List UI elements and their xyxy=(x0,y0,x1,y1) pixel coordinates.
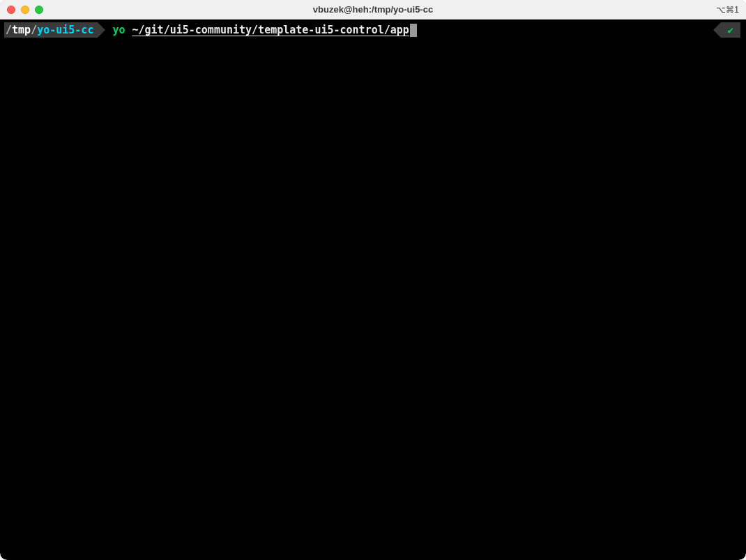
check-icon: ✔ xyxy=(728,24,733,37)
cwd-leaf: yo-ui5-cc xyxy=(37,23,93,37)
shortcut-text: ⌥⌘1 xyxy=(716,5,739,15)
window-shortcut-indicator: ⌥⌘1 xyxy=(716,5,739,15)
window-titlebar: vbuzek@heh:/tmp/yo-ui5-cc ⌥⌘1 xyxy=(0,0,746,20)
traffic-lights xyxy=(7,6,43,14)
minimize-window-button[interactable] xyxy=(21,6,29,14)
window-title: vbuzek@heh:/tmp/yo-ui5-cc xyxy=(313,4,433,15)
cursor-block-icon xyxy=(410,24,417,37)
cwd-sep: / xyxy=(31,23,37,37)
cwd-mid: tmp xyxy=(12,23,31,37)
command-args: ~/git/ui5-community/template-ui5-control… xyxy=(132,23,409,37)
maximize-window-button[interactable] xyxy=(35,6,43,14)
status-arrow-icon xyxy=(713,22,721,38)
command-name: yo xyxy=(112,23,125,37)
cwd-root-slash: / xyxy=(6,23,12,37)
status-segment: ✔ xyxy=(721,22,740,38)
close-window-button[interactable] xyxy=(7,6,15,14)
prompt-line: /tmp/yo-ui5-cc yo ~/git/ui5-community/te… xyxy=(0,22,746,38)
command-input-display[interactable]: yo ~/git/ui5-community/template-ui5-cont… xyxy=(112,23,416,37)
cwd-arrow-icon xyxy=(98,22,105,38)
status-right: ✔ xyxy=(713,22,740,38)
cwd-segment: /tmp/yo-ui5-cc xyxy=(4,22,98,38)
terminal-viewport[interactable]: /tmp/yo-ui5-cc yo ~/git/ui5-community/te… xyxy=(0,20,746,560)
